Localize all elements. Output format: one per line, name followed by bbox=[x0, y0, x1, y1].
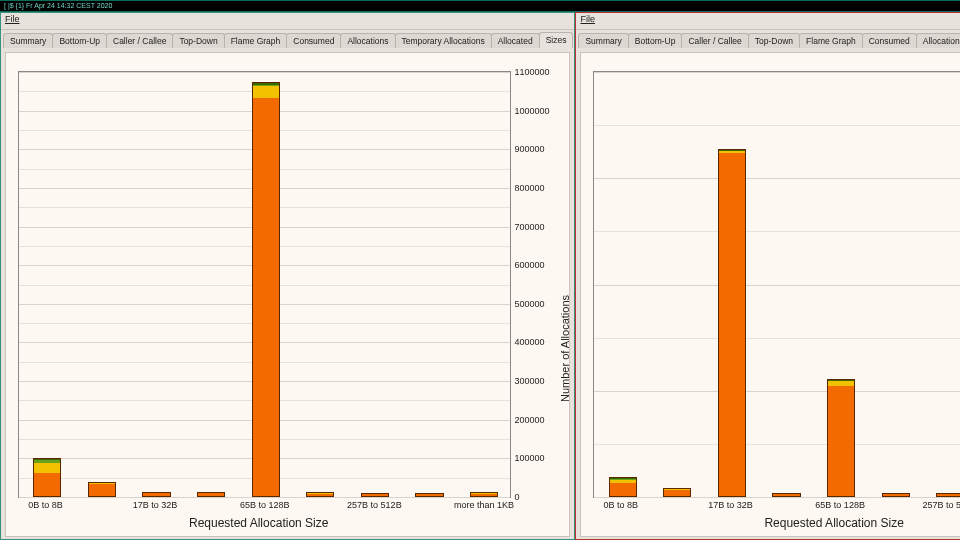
y-tick: 1100000 bbox=[514, 67, 560, 77]
tab-consumed[interactable]: Consumed bbox=[862, 33, 917, 48]
y-tick: 900000 bbox=[514, 144, 560, 154]
tab-temporary-allocations[interactable]: Temporary Allocations bbox=[395, 33, 492, 48]
pane-right: File SummaryBottom-UpCaller / CalleeTop-… bbox=[575, 12, 960, 540]
y-tick: 0 bbox=[514, 492, 560, 502]
menu-bar[interactable]: File bbox=[1, 13, 574, 30]
bar bbox=[33, 458, 61, 497]
bar bbox=[197, 492, 225, 497]
tab-bottom-up[interactable]: Bottom-Up bbox=[628, 33, 683, 48]
tab-bar: SummaryBottom-UpCaller / CalleeTop-DownF… bbox=[576, 30, 960, 48]
y-tick: 400000 bbox=[514, 337, 560, 347]
menu-file[interactable]: File bbox=[5, 14, 20, 24]
bar bbox=[663, 488, 691, 497]
bar bbox=[772, 493, 800, 497]
x-axis-label: Requested Allocation Size bbox=[6, 516, 511, 530]
tab-summary[interactable]: Summary bbox=[3, 33, 53, 48]
tab-bottom-up[interactable]: Bottom-Up bbox=[52, 33, 107, 48]
tab-caller-callee[interactable]: Caller / Callee bbox=[681, 33, 748, 48]
x-tick: more than 1KB bbox=[454, 500, 514, 510]
y-tick: 200000 bbox=[514, 415, 560, 425]
y-tick: 300000 bbox=[514, 376, 560, 386]
tab-allocated[interactable]: Allocated bbox=[491, 33, 540, 48]
bar bbox=[470, 492, 498, 497]
y-tick: 800000 bbox=[514, 183, 560, 193]
chart-area: 01000000200000030000004000000 0B to 8B17… bbox=[580, 52, 960, 537]
tab-top-down[interactable]: Top-Down bbox=[748, 33, 800, 48]
bar bbox=[306, 492, 334, 497]
tab-caller-callee[interactable]: Caller / Callee bbox=[106, 33, 173, 48]
bar bbox=[936, 493, 960, 497]
tab-sizes[interactable]: Sizes bbox=[539, 32, 574, 48]
tab-top-down[interactable]: Top-Down bbox=[172, 33, 224, 48]
tab-flame-graph[interactable]: Flame Graph bbox=[799, 33, 863, 48]
bar bbox=[718, 149, 746, 497]
panes: File SummaryBottom-UpCaller / CalleeTop-… bbox=[0, 12, 960, 540]
y-tick: 100000 bbox=[514, 453, 560, 463]
tab-summary[interactable]: Summary bbox=[578, 33, 628, 48]
x-tick: 0B to 8B bbox=[28, 500, 63, 510]
tab-consumed[interactable]: Consumed bbox=[286, 33, 341, 48]
bar bbox=[252, 82, 280, 497]
bar bbox=[142, 492, 170, 497]
bar bbox=[827, 379, 855, 497]
y-tick: 500000 bbox=[514, 299, 560, 309]
desktop-topbar: [ |$ {1} Fr Apr 24 14:32 CEST 2020 bbox=[0, 0, 960, 12]
x-tick: 257B to 512B bbox=[347, 500, 402, 510]
y-tick: 600000 bbox=[514, 260, 560, 270]
tab-flame-graph[interactable]: Flame Graph bbox=[224, 33, 288, 48]
x-tick: 257B to 512B bbox=[923, 500, 960, 510]
tab-allocations[interactable]: Allocations bbox=[340, 33, 395, 48]
menu-bar[interactable]: File bbox=[576, 13, 960, 30]
y-tick: 700000 bbox=[514, 222, 560, 232]
x-tick: 17B to 32B bbox=[133, 500, 178, 510]
x-tick: 65B to 128B bbox=[240, 500, 290, 510]
bar bbox=[88, 482, 116, 497]
y-tick: 1000000 bbox=[514, 106, 560, 116]
x-tick: 65B to 128B bbox=[815, 500, 865, 510]
x-tick: 17B to 32B bbox=[708, 500, 753, 510]
bar bbox=[609, 477, 637, 497]
chart-area: 0100000200000300000400000500000600000700… bbox=[5, 52, 570, 537]
x-tick: 0B to 8B bbox=[604, 500, 639, 510]
menu-file[interactable]: File bbox=[580, 14, 595, 24]
tab-allocations[interactable]: Allocations bbox=[916, 33, 960, 48]
bar bbox=[882, 493, 910, 497]
tab-bar: SummaryBottom-UpCaller / CalleeTop-DownF… bbox=[1, 30, 574, 48]
bar bbox=[415, 493, 443, 497]
bar bbox=[361, 493, 389, 497]
y-axis-label: Number of Allocations bbox=[559, 295, 571, 402]
pane-left: File SummaryBottom-UpCaller / CalleeTop-… bbox=[0, 12, 575, 540]
x-axis-label: Requested Allocation Size bbox=[581, 516, 960, 530]
